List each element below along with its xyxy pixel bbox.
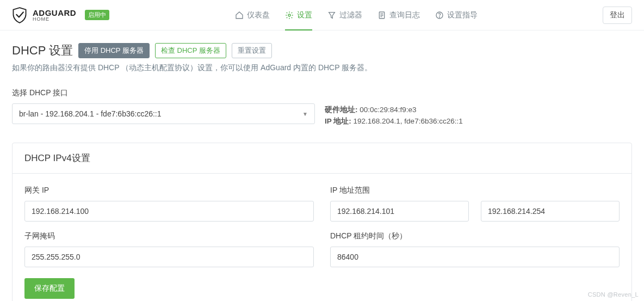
help-icon [435,11,444,20]
filter-icon [327,11,336,20]
lease-field: DHCP 租约时间（秒） [330,231,620,267]
brand-sub: HOME [33,17,76,22]
page-title: DHCP 设置 [12,42,73,59]
top-nav: 仪表盘 设置 过滤器 查询日志 设置指导 [109,0,603,30]
top-header: ADGUARD HOME 启用中 仪表盘 设置 过滤器 [0,0,644,30]
status-badge: 启用中 [85,10,109,20]
card-title: DHCP IPv4设置 [13,143,631,174]
logout-button[interactable]: 登出 [603,7,632,24]
watermark: CSDN @Reven_L [588,291,639,298]
nav-filters[interactable]: 过滤器 [327,0,362,30]
nav-logs-label: 查询日志 [389,10,420,20]
range-label: IP 地址范围 [330,186,620,195]
iface-info: 硬件地址: 00:0c:29:84:f9:e3 IP 地址: 192.168.2… [325,103,463,127]
range-end-input[interactable] [481,201,620,222]
nav-logs[interactable]: 查询日志 [377,0,420,30]
interface-select[interactable]: br-lan - 192.168.204.1 - fde7:6b36:cc26:… [12,103,315,124]
gateway-field: 网关 IP [24,186,314,222]
reset-button[interactable]: 重置设置 [232,43,272,58]
chevron-down-icon: ▼ [302,111,308,117]
nav-dashboard[interactable]: 仪表盘 [235,0,270,30]
hw-label: 硬件地址: [325,106,358,114]
range-start-input[interactable] [330,201,469,222]
subnet-input[interactable] [24,247,314,267]
save-button[interactable]: 保存配置 [24,278,75,299]
logs-icon [377,11,386,20]
check-dhcp-button[interactable]: 检查 DHCP 服务器 [155,43,226,58]
disable-dhcp-button[interactable]: 停用 DHCP 服务器 [78,43,150,58]
title-row: DHCP 设置 停用 DHCP 服务器 检查 DHCP 服务器 重置设置 [12,42,632,59]
page-subtitle: 如果你的路由器没有提供 DHCP （动态主机配置协议）设置，你可以使用 AdGu… [12,63,632,73]
lease-label: DHCP 租约时间（秒） [330,231,620,241]
ip-label: IP 地址: [325,117,351,125]
iface-row: br-lan - 192.168.204.1 - fde7:6b36:cc26:… [12,103,632,127]
svg-point-0 [288,14,290,16]
gateway-input[interactable] [24,201,314,222]
subnet-field: 子网掩码 [24,231,314,267]
ip-value: 192.168.204.1, fde7:6b36:cc26::1 [354,117,463,125]
lease-input[interactable] [330,247,620,267]
shield-icon [12,7,27,23]
ipv4-card: DHCP IPv4设置 网关 IP IP 地址范围 子网掩码 [12,143,632,301]
brand: ADGUARD HOME 启用中 [12,7,109,23]
nav-guide[interactable]: 设置指导 [435,0,478,30]
nav-settings[interactable]: 设置 [285,0,312,30]
range-field: IP 地址范围 [330,186,620,222]
subnet-label: 子网掩码 [24,231,314,241]
hw-value: 00:0c:29:84:f9:e3 [360,106,416,114]
page-content: DHCP 设置 停用 DHCP 服务器 检查 DHCP 服务器 重置设置 如果你… [0,30,644,301]
brand-name: ADGUARD [33,9,76,17]
svg-point-3 [439,16,439,17]
dashboard-icon [235,11,244,20]
gear-icon [285,11,294,20]
gateway-label: 网关 IP [24,186,314,195]
nav-filters-label: 过滤器 [339,10,362,20]
nav-settings-label: 设置 [297,10,312,20]
iface-label: 选择 DHCP 接口 [12,88,632,98]
nav-dashboard-label: 仪表盘 [247,10,270,20]
nav-guide-label: 设置指导 [447,10,478,20]
interface-select-value: br-lan - 192.168.204.1 - fde7:6b36:cc26:… [19,109,162,118]
